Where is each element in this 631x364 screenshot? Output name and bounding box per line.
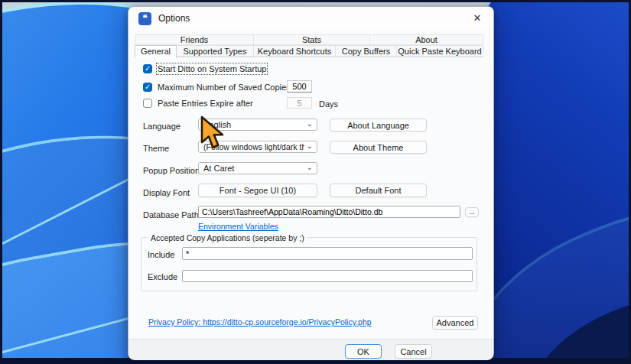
language-label: Language [143,122,181,131]
tab-strip: Friends Stats About General Supported Ty… [135,34,483,57]
expire-checkbox-label: Paste Entries Expire after [158,99,253,108]
chevron-down-icon: ⌄ [307,141,313,150]
expire-checkbox[interactable] [143,99,152,108]
include-label: Include [148,250,174,259]
startup-checkbox[interactable] [143,64,152,73]
database-path-input[interactable] [198,206,460,218]
window-title: Options [158,13,190,24]
cancel-button[interactable]: Cancel [395,344,432,359]
ok-button[interactable]: OK [345,344,382,359]
tab-stats[interactable]: Stats [253,34,370,45]
default-font-button[interactable]: Default Font [330,184,427,197]
dialog-footer [128,339,493,360]
max-copies-checkbox-label: Maximum Number of Saved Copies [158,83,291,92]
titlebar[interactable]: ❝ Options ✕ [128,7,493,30]
days-label: Days [319,99,338,109]
environment-variables-link[interactable]: Environment Variables [198,222,278,231]
browse-database-button[interactable]: ... [465,207,479,217]
chevron-down-icon: ⌄ [307,119,313,128]
exclude-label: Exclude [148,272,177,281]
advanced-button[interactable]: Advanced [432,316,478,330]
popup-position-label: Popup Position [143,166,200,175]
include-input[interactable] [182,247,473,260]
max-copies-checkbox-row[interactable]: Maximum Number of Saved Copies [143,83,291,92]
accepted-apps-groupbox: Accepted Copy Applications (seperate by … [141,237,477,291]
options-dialog: ❝ Options ✕ Friends Stats About General … [128,6,494,359]
display-font-label: Display Font [143,188,190,197]
tab-friends[interactable]: Friends [135,34,254,45]
expire-days-input [287,97,312,109]
tab-general[interactable]: General [135,45,177,58]
tab-about[interactable]: About [369,34,483,45]
startup-checkbox-row[interactable]: Start Ditto on System Startup [143,64,266,73]
tab-supported-types[interactable]: Supported Types [176,45,254,57]
screen-edge [0,0,2,364]
privacy-policy-link[interactable]: Privacy Policy: https://ditto-cp.sourcef… [148,317,372,327]
expire-checkbox-row[interactable]: Paste Entries Expire after [143,99,253,108]
ditto-app-icon: ❝ [138,12,151,25]
font-picker-button[interactable]: Font - Segoe UI (10) [198,184,317,197]
max-copies-checkbox[interactable] [143,83,152,92]
close-icon[interactable]: ✕ [469,11,486,26]
chevron-down-icon: ⌄ [307,163,313,171]
tab-quick-paste-keyboard[interactable]: Quick Paste Keyboard [396,45,483,57]
screen-edge [0,0,631,2]
tab-page-border [135,57,483,57]
startup-checkbox-label: Start Ditto on System Startup [158,64,266,73]
theme-label: Theme [143,144,169,153]
accepted-apps-title: Accepted Copy Applications (seperate by … [148,233,307,242]
mouse-cursor-icon [200,115,227,154]
max-copies-input[interactable] [287,80,312,93]
exclude-input[interactable] [182,270,473,282]
popup-position-select-value: At Caret [203,164,304,173]
about-theme-button[interactable]: About Theme [330,141,427,154]
popup-position-select[interactable]: At Caret ⌄ [198,162,317,174]
about-language-button[interactable]: About Language [330,119,427,132]
tab-keyboard-shortcuts[interactable]: Keyboard Shortcuts [253,45,336,57]
database-path-label: Database Path [143,210,199,219]
tab-copy-buffers[interactable]: Copy Buffers [335,45,397,57]
